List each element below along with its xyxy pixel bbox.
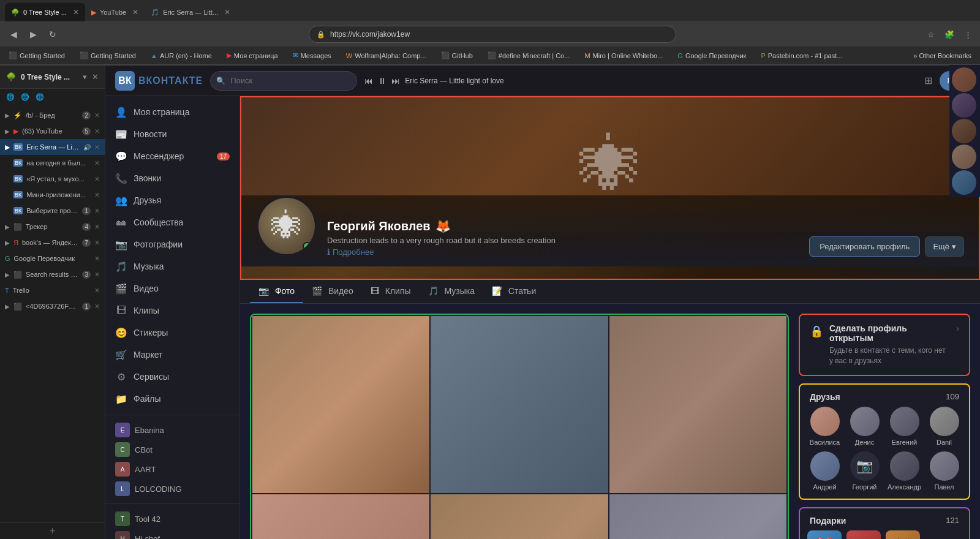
vk-gift-2[interactable]: 🎀	[846, 530, 881, 539]
vk-next-button[interactable]: ⏭	[391, 76, 400, 86]
bookmark-miro[interactable]: M Miro | Online Whitebo...	[581, 51, 666, 61]
address-bar[interactable]: 🔒 https://vk.com/jakow1ew	[309, 26, 676, 43]
vk-friend-georgy[interactable]: 📷 Георгий	[847, 451, 882, 491]
sidebar-close-gtranslate[interactable]: ✕	[94, 255, 100, 263]
sidebar-globe-icon-1[interactable]: 🌐	[5, 91, 16, 102]
vk-gift-3[interactable]: 🦊	[886, 530, 920, 539]
vk-comm-cbot[interactable]: C CBot	[105, 440, 239, 459]
vk-nav-clips[interactable]: 🎞 Клипы	[105, 300, 239, 322]
tab-close-es[interactable]: ✕	[224, 8, 230, 17]
tab-close-yt[interactable]: ✕	[132, 8, 138, 17]
vk-photo-6[interactable]	[609, 494, 786, 539]
vk-edit-profile-button[interactable]: Редактировать профиль	[809, 236, 920, 257]
vk-hichef[interactable]: H Hi-chef	[105, 529, 239, 539]
sidebar-close-bред[interactable]: ✕	[94, 111, 100, 119]
vk-play-button[interactable]: ⏸	[378, 76, 386, 86]
vk-friend-vasilisa[interactable]: Василиса	[807, 407, 842, 447]
sidebar-close-vk4[interactable]: ✕	[94, 207, 100, 215]
menu-icon[interactable]: ⋮	[960, 27, 975, 42]
bookmark-getting-started-1[interactable]: ⬛ Getting Started	[5, 50, 69, 61]
vk-photo-1[interactable]	[252, 316, 429, 493]
reload-button[interactable]: ↻	[44, 26, 61, 43]
sidebar-item-vk1[interactable]: ВК на сегодня я был... ✕	[0, 155, 105, 171]
vk-nav-photos[interactable]: 📷 Фотографии	[105, 233, 239, 255]
vk-photo-4[interactable]	[252, 494, 429, 539]
vk-friend-denis[interactable]: Денис	[847, 407, 882, 447]
forward-button[interactable]: ▶	[24, 26, 42, 43]
side-avatar-1[interactable]	[952, 67, 976, 92]
sidebar-item-google-translate[interactable]: G Google Переводчик ✕	[0, 251, 105, 266]
sidebar-close-yt[interactable]: ✕	[94, 127, 100, 135]
vk-more-button[interactable]: Ещё ▾	[925, 236, 964, 257]
tab-ericserra[interactable]: 🎵 Eric Serra — Litt... ✕	[145, 3, 236, 21]
sidebar-close-vk3[interactable]: ✕	[94, 191, 100, 199]
sidebar-item-ericserra[interactable]: ▶ ВК Eric Serra — Little 🔊 ✕	[0, 139, 105, 155]
sidebar-collapse-icon[interactable]: ▾	[83, 72, 87, 81]
sidebar-add-button[interactable]: +	[0, 522, 105, 539]
bookmark-wolfram[interactable]: W Wolfram|Alpha: Comp...	[342, 51, 430, 61]
bookmark-getting-started-2[interactable]: ⬛ Getting Started	[76, 50, 140, 61]
vk-tool42[interactable]: T Tool 42	[105, 509, 239, 529]
sidebar-item-books[interactable]: ▶ Я book's — Яндекс... 7 ✕	[0, 235, 105, 251]
vk-open-profile-arrow-icon[interactable]: ›	[956, 323, 959, 333]
tab-tree-style[interactable]: 🌳 0 Tree Style ... ✕	[5, 3, 85, 21]
vk-nav-files[interactable]: 📁 Файлы	[105, 388, 239, 410]
sidebar-close-4d[interactable]: ✕	[94, 303, 100, 311]
vk-friend-evgeny[interactable]: Евгений	[887, 407, 922, 447]
sidebar-item-vk4[interactable]: ВК Выберите профи... 1 ✕	[0, 203, 105, 219]
sidebar-close-vk1[interactable]: ✕	[94, 159, 100, 167]
sidebar-close-vk2[interactable]: ✕	[94, 175, 100, 183]
vk-logo[interactable]: ВК ВКонтакте	[115, 71, 203, 91]
sidebar-item-bред[interactable]: ▶ ⚡ /b/ - Бред 2 ✕	[0, 107, 105, 123]
sidebar-item-vk3[interactable]: ВК Мини-приложени... ✕	[0, 187, 105, 203]
sidebar-close-tracker[interactable]: ✕	[94, 223, 100, 231]
tab-close-tree[interactable]: ✕	[73, 8, 79, 17]
vk-prev-button[interactable]: ⏮	[364, 76, 373, 86]
bookmark-messages[interactable]: ✉ Messages	[289, 50, 335, 61]
vk-comm-lolcoding[interactable]: L LOLCODING	[105, 479, 239, 499]
side-avatar-2[interactable]	[952, 93, 976, 118]
sidebar-item-tracker[interactable]: ▶ ⬛ Трекер 4 ✕	[0, 219, 105, 235]
sidebar-item-vk2[interactable]: ВК «Я устал, я мухо... ✕	[0, 171, 105, 187]
vk-nav-friends[interactable]: 👥 Друзья	[105, 189, 239, 211]
bookmark-github[interactable]: ⬛ GitHub	[437, 50, 477, 61]
vk-tab-music[interactable]: 🎵 Музыка	[420, 280, 483, 303]
vk-nav-stickers[interactable]: 😊 Стикеры	[105, 322, 239, 344]
sidebar-close-books[interactable]: ✕	[94, 239, 100, 247]
vk-friend-pavel[interactable]: Павел	[927, 451, 962, 491]
sidebar-globe-icon-3[interactable]: 🌐	[34, 91, 45, 102]
bookmark-aur[interactable]: ▲ AUR (en) - Home	[147, 51, 216, 61]
vk-search-input[interactable]	[210, 71, 357, 91]
vk-comm-ebanina[interactable]: E Ebanina	[105, 420, 239, 440]
vk-nav-calls[interactable]: 📞 Звонки	[105, 167, 239, 189]
bookmark-other[interactable]: » Other Bookmarks	[910, 51, 975, 61]
vk-gift-1[interactable]: 🎁	[807, 530, 842, 539]
bookmark-pastebin[interactable]: P Pastebin.com - #1 past...	[757, 51, 846, 61]
vk-profile-more-link[interactable]: ℹ Подробнее	[327, 247, 799, 257]
sidebar-item-trello[interactable]: T Trello ✕	[0, 282, 105, 298]
side-avatar-4[interactable]	[952, 145, 976, 169]
vk-photo-5[interactable]	[431, 494, 608, 539]
vk-tab-articles[interactable]: 📝 Статьи	[483, 280, 545, 303]
tab-youtube[interactable]: ▶ YouTube ✕	[85, 3, 145, 21]
vk-nav-market[interactable]: 🛒 Маркет	[105, 344, 239, 366]
vk-nav-services[interactable]: ⚙ Сервисы	[105, 366, 239, 388]
vk-nav-mypage[interactable]: 👤 Моя страница	[105, 101, 239, 123]
sidebar-item-search[interactable]: ▶ ⬛ Search results – A... 3 ✕	[0, 266, 105, 282]
vk-tab-clips[interactable]: 🎞 Клипы	[362, 280, 420, 303]
vk-tab-video[interactable]: 🎬 Видео	[303, 280, 362, 303]
sidebar-close-es[interactable]: ✕	[94, 143, 100, 151]
vk-nav-music[interactable]: 🎵 Музыка	[105, 255, 239, 277]
vk-friend-alexander[interactable]: Александр	[887, 451, 922, 491]
vk-photo-3[interactable]	[609, 316, 786, 493]
vk-nav-video[interactable]: 🎬 Видео	[105, 277, 239, 300]
bookmark-google-translate[interactable]: G Google Переводчик	[674, 51, 750, 61]
sidebar-close-icon[interactable]: ✕	[92, 72, 99, 81]
vk-nav-communities[interactable]: 🏘 Сообщества	[105, 211, 239, 233]
back-button[interactable]: ◀	[5, 26, 22, 43]
extensions-icon[interactable]: 🧩	[942, 27, 957, 42]
vk-friend-danil[interactable]: Danil	[927, 407, 962, 447]
bookmark-youtube[interactable]: ▶ Моя страница	[223, 50, 282, 61]
vk-photo-2[interactable]	[431, 316, 608, 493]
vk-friend-andrey[interactable]: Андрей	[807, 451, 842, 491]
